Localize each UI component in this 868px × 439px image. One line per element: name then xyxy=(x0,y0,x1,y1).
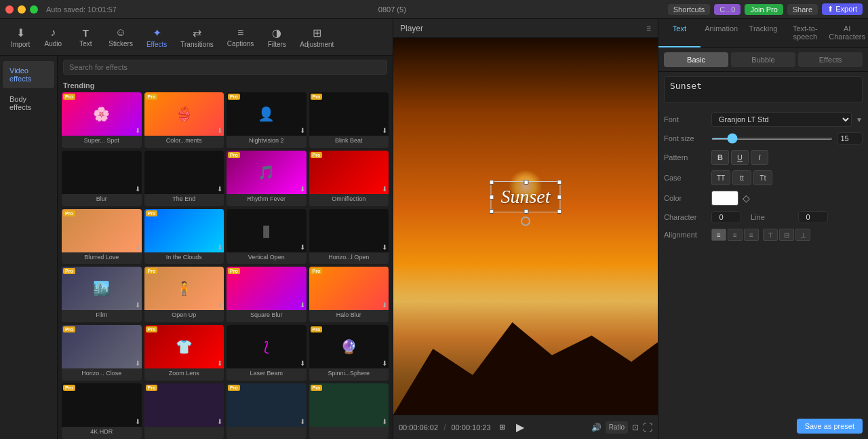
resize-handle-tl[interactable] xyxy=(489,180,494,185)
resize-handle-br[interactable] xyxy=(557,209,562,214)
effect-card-laserbeam[interactable]: ⟅⬇ Laser Beam xyxy=(226,325,307,381)
color-swatch[interactable] xyxy=(711,191,738,206)
effect-card-spinnisphere[interactable]: Pro🔮⬇ Spinnі...Sphere xyxy=(309,325,389,381)
ratio-button[interactable]: Ratio xyxy=(606,421,628,434)
bold-button[interactable]: B xyxy=(711,150,729,165)
color-diamond-icon[interactable]: ◇ xyxy=(743,193,750,204)
anchor-point[interactable] xyxy=(521,216,530,226)
align-middle-button[interactable]: ⊟ xyxy=(779,229,794,241)
effect-card-theend[interactable]: ⬇ The End xyxy=(144,151,224,206)
effect-card-intheclouds[interactable]: Pro⬇ In the Clouds xyxy=(144,209,224,265)
effect-card-haloblur[interactable]: Pro⬇ Halo Blur xyxy=(309,267,389,322)
toolbar-text[interactable]: T Text xyxy=(71,24,100,50)
font-select[interactable]: Granjon LT Std xyxy=(711,112,852,127)
tab-tts[interactable]: Text-to-speech xyxy=(784,19,826,47)
speaker-button[interactable]: 🔊 xyxy=(590,421,603,434)
tab-animation[interactable]: Animation xyxy=(701,19,743,47)
share-button[interactable]: Share xyxy=(787,4,818,15)
toolbar-import[interactable]: ⬇ Import xyxy=(5,24,35,51)
character-input[interactable]: 0 xyxy=(711,211,741,223)
effect-card-openup[interactable]: Pro🧍⬇ Open Up xyxy=(144,267,224,322)
subtab-basic[interactable]: Basic xyxy=(664,52,728,67)
effect-card-extra3[interactable]: Pro⬇ xyxy=(309,383,389,439)
font-size-slider[interactable] xyxy=(711,138,833,140)
effect-card-verticalopen[interactable]: ▮⬇ Vertical Open xyxy=(226,209,307,265)
resize-handle-tm[interactable] xyxy=(524,180,528,185)
toolbar-adjustment[interactable]: ⊞ Adjustment xyxy=(294,24,339,51)
effect-card-blinkbeat[interactable]: Pro⬇ Blink Beat xyxy=(309,92,389,148)
toolbar-filters[interactable]: ◑ Filters xyxy=(262,24,292,51)
fullscreen-button[interactable]: ⛶ xyxy=(643,421,652,434)
sidebar-item-body-effects[interactable]: Body effects xyxy=(3,90,54,117)
effect-card-zoomlens[interactable]: Pro👕⬇ Zoom Lens xyxy=(144,325,224,381)
text-edit-field[interactable]: Sunset xyxy=(664,76,863,103)
effect-card-blurredlove[interactable]: Pro⬇ Blurred Love xyxy=(62,209,142,265)
effect-label xyxy=(226,427,307,430)
player-title: Player xyxy=(400,24,646,33)
current-time: 00:00:06:02 xyxy=(399,423,438,432)
text-overlay[interactable]: Sunset xyxy=(490,181,560,212)
toolbar-captions[interactable]: ≡ Captions xyxy=(222,24,259,50)
case-titlecase-button[interactable]: Tt xyxy=(753,170,772,185)
tab-ai[interactable]: AI Characters xyxy=(826,19,868,47)
tab-tracking[interactable]: Tracking xyxy=(743,19,785,47)
effect-card-extra2[interactable]: Pro⬇ xyxy=(226,383,307,439)
case-lowercase-button[interactable]: tt xyxy=(732,170,751,185)
minimize-button[interactable] xyxy=(18,5,26,14)
effect-card-rhythmfever[interactable]: Pro🎵⬇ Rhythm Fever xyxy=(226,151,307,206)
text-icon: T xyxy=(83,27,89,39)
effect-label: Square Blur xyxy=(226,310,307,320)
toolbar-transitions[interactable]: ⇄ Transitions xyxy=(175,24,219,51)
fit-button[interactable]: ⊡ xyxy=(631,421,640,434)
case-uppercase-button[interactable]: TT xyxy=(711,170,730,185)
adjustment-label: Adjustment xyxy=(300,41,334,48)
effect-card-superspot[interactable]: Pro🌸⬇ Super... Spot xyxy=(62,92,142,148)
maximize-button[interactable] xyxy=(30,5,38,14)
effect-card-colorments[interactable]: Pro👙⬇ Color...ments xyxy=(144,92,224,148)
effect-label: Spinnі...Sphere xyxy=(309,368,389,378)
shortcuts-button[interactable]: Shortcuts xyxy=(668,4,710,15)
join-pro-button[interactable]: Join Pro xyxy=(745,4,783,15)
effect-card-nightvision[interactable]: Pro👤⬇ Nightvision 2 xyxy=(226,92,307,148)
resize-handle-bm[interactable] xyxy=(524,209,528,214)
export-button[interactable]: ⬆ Export xyxy=(822,3,863,15)
effect-card-horizontalopen[interactable]: ⬇ Horizо...l Open xyxy=(309,209,389,265)
effect-card-omniflection[interactable]: Pro⬇ Omniflection xyxy=(309,151,389,206)
align-bottom-button[interactable]: ⊥ xyxy=(795,229,810,241)
toolbar-effects[interactable]: ✦ Effects xyxy=(141,24,172,51)
subtab-effects[interactable]: Effects xyxy=(798,52,863,67)
align-top-button[interactable]: ⊤ xyxy=(763,229,778,241)
effect-label: Zoom Lens xyxy=(144,368,224,378)
search-input[interactable] xyxy=(63,60,387,75)
effect-card-squareblur[interactable]: Pro⬇ Square Blur xyxy=(226,267,307,322)
resize-handle-bl[interactable] xyxy=(489,209,494,214)
player-menu-icon[interactable]: ≡ xyxy=(646,24,651,33)
toolbar-audio[interactable]: ♪ Audio xyxy=(38,24,68,50)
line-input[interactable]: 0 xyxy=(798,211,828,223)
font-arrow-icon: ▼ xyxy=(856,116,863,123)
effect-card-blur[interactable]: ⬇ Blur xyxy=(62,151,142,206)
underline-button[interactable]: U xyxy=(731,150,749,165)
effect-card-horizclose[interactable]: Pro⬇ Horizо... Close xyxy=(62,325,142,381)
align-center-button[interactable]: ≡ xyxy=(728,229,743,241)
sidebar-item-video-effects[interactable]: Video effects xyxy=(3,61,54,88)
play-button[interactable]: ▶ xyxy=(513,419,527,435)
effect-card-4khdr[interactable]: Pro⬇ 4K HDR xyxy=(62,383,142,439)
close-button[interactable] xyxy=(5,5,14,14)
italic-button[interactable]: I xyxy=(751,150,768,165)
font-size-input[interactable]: 15 xyxy=(837,132,863,145)
effect-thumb-icon: ⟅ xyxy=(264,339,269,355)
tab-text[interactable]: Text xyxy=(658,19,701,47)
align-left-button[interactable]: ≡ xyxy=(711,229,726,241)
account-button[interactable]: C...0 xyxy=(714,4,741,15)
save-preset-button[interactable]: Save as preset xyxy=(797,419,863,434)
align-right-button[interactable]: ≡ xyxy=(744,229,759,241)
effect-card-extra1[interactable]: Pro⬇ xyxy=(144,383,224,439)
frame-grid-button[interactable]: ⊞ xyxy=(496,421,508,433)
resize-handle-ml[interactable] xyxy=(489,195,494,199)
effect-card-film[interactable]: Pro🏙️⬇ Film xyxy=(62,267,142,322)
resize-handle-mr[interactable] xyxy=(557,195,562,199)
toolbar-stickers[interactable]: ☺ Stickers xyxy=(103,24,138,50)
resize-handle-tr[interactable] xyxy=(557,180,562,185)
subtab-bubble[interactable]: Bubble xyxy=(731,52,795,67)
